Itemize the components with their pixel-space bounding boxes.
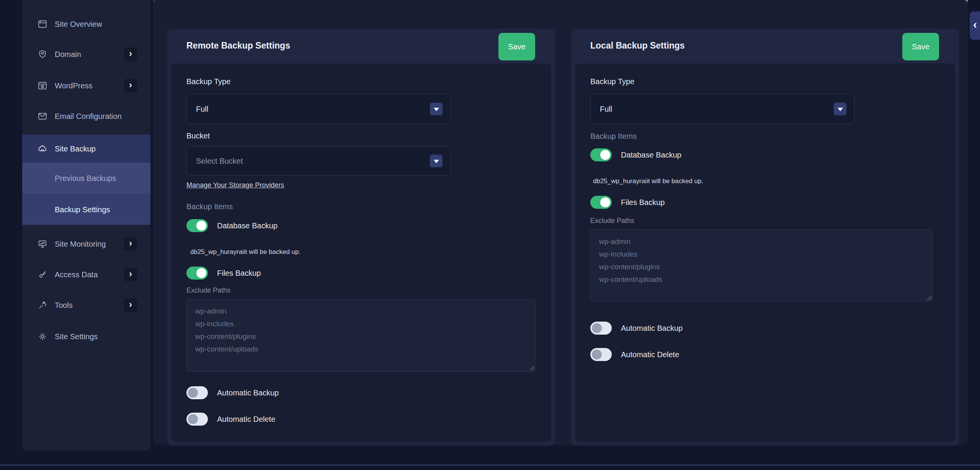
bucket-select[interactable]: Select Bucket — [186, 146, 451, 176]
sidebar-item-access-data[interactable]: Access Data — [22, 265, 150, 284]
sidebar-item-backup-settings[interactable]: Backup Settings — [22, 194, 150, 225]
database-backup-toggle[interactable] — [186, 219, 208, 232]
database-backup-label: Database Backup — [217, 221, 278, 230]
toggle-knob — [592, 350, 602, 359]
chevron-down-icon[interactable] — [430, 154, 443, 167]
backup-cloud-icon — [38, 144, 47, 154]
exclude-paths-label: Exclude Paths — [590, 217, 634, 225]
sidebar-item-domain[interactable]: Domain — [22, 45, 150, 63]
key-icon — [38, 270, 47, 280]
sidebar-item-label: Backup Settings — [55, 205, 110, 214]
backup-type-value: Full — [600, 104, 612, 113]
chevron-right-icon[interactable] — [124, 47, 137, 61]
backup-type-value: Full — [196, 104, 208, 113]
shield-icon — [38, 49, 47, 59]
sidebar-item-tools[interactable]: Tools — [22, 296, 150, 314]
toggle-knob — [188, 414, 198, 424]
wordpress-window-icon — [38, 81, 47, 91]
backup-type-select[interactable]: Full — [590, 94, 854, 124]
chevron-right-icon[interactable] — [124, 268, 137, 281]
sidebar-item-site-backup[interactable]: Site Backup — [22, 135, 150, 163]
automatic-delete-toggle[interactable] — [186, 413, 208, 426]
files-backup-label: Files Backup — [621, 198, 665, 207]
toggle-knob — [600, 197, 610, 207]
chevron-right-icon[interactable] — [124, 79, 137, 93]
bucket-placeholder: Select Bucket — [196, 156, 243, 165]
sidebar-item-site-settings[interactable]: Site Settings — [22, 327, 150, 346]
local-backup-form: Backup Type Full Backup Items Database B… — [575, 63, 955, 442]
browser-icon — [38, 19, 47, 29]
sidebar-item-label: Site Overview — [55, 20, 102, 29]
toggle-knob — [600, 150, 610, 160]
backup-items-label: Backup Items — [590, 132, 637, 141]
database-backup-note: db25_wp_hurayraiit will be backed up. — [190, 248, 301, 256]
database-backup-toggle[interactable] — [590, 148, 612, 161]
gear-icon — [38, 332, 47, 342]
sidebar-item-label: Site Settings — [55, 332, 98, 341]
toggle-knob — [592, 323, 602, 333]
automatic-delete-label: Automatic Delete — [621, 350, 679, 359]
save-button[interactable]: Save — [498, 33, 535, 60]
sidebar-item-label: Previous Backups — [55, 174, 116, 183]
sidebar-item-label: Domain — [55, 50, 81, 59]
remote-backup-card: Remote Backup Settings Save Backup Type … — [167, 29, 555, 446]
sidebar-item-wordpress[interactable]: WordPress — [22, 76, 150, 95]
toggle-knob — [188, 388, 198, 398]
automatic-delete-toggle[interactable] — [590, 348, 612, 361]
database-backup-label: Database Backup — [621, 151, 681, 159]
manage-storage-providers-link[interactable]: Manage Your Storage Providers — [186, 181, 284, 189]
chevron-down-icon[interactable] — [834, 102, 846, 115]
exclude-paths-placeholder: wp-admin wp-includes wp-content/plugins … — [599, 235, 662, 286]
resize-handle-icon[interactable] — [529, 365, 534, 370]
remote-backup-form: Backup Type Full Bucket Select Bucket Ma… — [171, 63, 551, 442]
automatic-backup-toggle[interactable] — [186, 386, 208, 399]
envelope-icon — [38, 111, 47, 121]
exclude-paths-textarea[interactable]: wp-admin wp-includes wp-content/plugins … — [590, 229, 933, 301]
footer-divider — [0, 465, 980, 465]
backup-type-label: Backup Type — [186, 77, 230, 86]
sidebar-collapse-flap[interactable] — [970, 11, 980, 40]
database-backup-note: db25_wp_hurayraiit will be backed up. — [593, 177, 703, 185]
save-button[interactable]: Save — [902, 33, 939, 60]
sidebar-item-site-overview[interactable]: Site Overview — [22, 15, 150, 33]
exclude-paths-textarea[interactable]: wp-admin wp-includes wp-content/plugins … — [186, 299, 536, 372]
automatic-backup-toggle[interactable] — [590, 322, 612, 335]
toggle-knob — [196, 221, 206, 231]
chevron-down-icon[interactable] — [430, 102, 443, 115]
backup-items-label: Backup Items — [186, 202, 233, 211]
sidebar-item-label: Site Monitoring — [55, 240, 106, 249]
sidebar: Site Overview Domain WordPress Email Con… — [22, 0, 150, 450]
monitor-icon — [38, 239, 47, 249]
chevron-right-icon[interactable] — [124, 237, 137, 251]
files-backup-toggle[interactable] — [590, 196, 612, 209]
sidebar-item-site-monitoring[interactable]: Site Monitoring — [22, 235, 150, 253]
automatic-delete-label: Automatic Delete — [217, 415, 275, 424]
app-root: 167.172.131.56 8.3.1 8.0 db25_wp_hurayra… — [0, 0, 980, 470]
files-backup-toggle[interactable] — [186, 267, 208, 280]
exclude-paths-placeholder: wp-admin wp-includes wp-content/plugins … — [195, 305, 258, 355]
sidebar-item-label: Email Configuration — [55, 112, 122, 121]
resize-handle-icon[interactable] — [926, 295, 931, 300]
local-backup-card: Local Backup Settings Save Backup Type F… — [571, 29, 959, 446]
sidebar-item-email-configuration[interactable]: Email Configuration — [22, 107, 150, 125]
sidebar-item-previous-backups[interactable]: Previous Backups — [22, 163, 150, 194]
sidebar-item-label: Site Backup — [55, 144, 96, 153]
card-title: Local Backup Settings — [590, 41, 685, 51]
card-title: Remote Backup Settings — [186, 41, 290, 51]
files-backup-label: Files Backup — [217, 269, 261, 278]
backup-type-select[interactable]: Full — [186, 94, 451, 124]
tools-icon — [38, 300, 47, 310]
chevron-right-icon[interactable] — [124, 298, 137, 312]
automatic-backup-label: Automatic Backup — [621, 324, 683, 333]
automatic-backup-label: Automatic Backup — [217, 389, 279, 397]
sidebar-item-label: WordPress — [55, 81, 93, 90]
toggle-knob — [196, 268, 206, 278]
backup-type-label: Backup Type — [590, 77, 634, 86]
bucket-label: Bucket — [186, 132, 210, 140]
sidebar-item-label: Tools — [55, 301, 73, 310]
exclude-paths-label: Exclude Paths — [186, 286, 230, 294]
sidebar-item-label: Access Data — [55, 270, 98, 279]
